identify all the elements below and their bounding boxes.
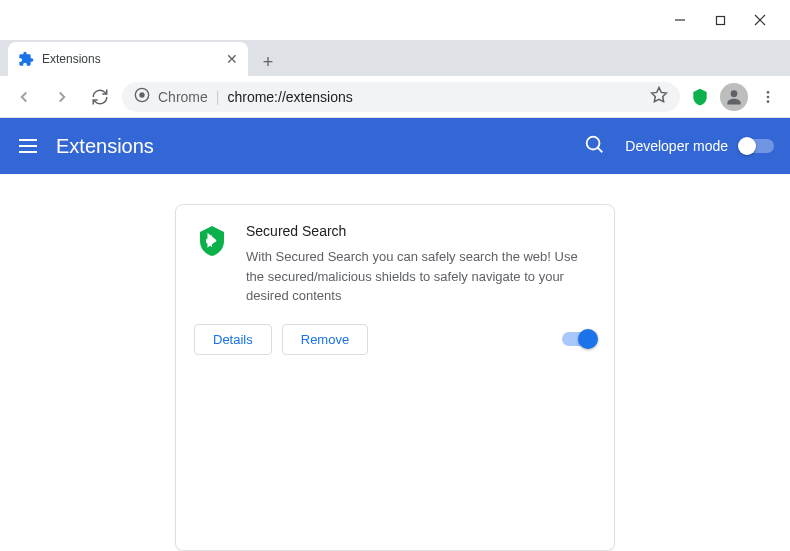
developer-mode-toggle[interactable] xyxy=(740,139,774,153)
developer-mode-label: Developer mode xyxy=(625,138,728,154)
new-tab-button[interactable]: + xyxy=(254,48,282,76)
close-tab-icon[interactable]: ✕ xyxy=(226,51,238,67)
chrome-icon xyxy=(134,87,150,107)
svg-point-5 xyxy=(139,92,144,97)
content-area: PCrisk.com Secured Search With Secured S… xyxy=(0,174,790,551)
page-title: Extensions xyxy=(56,135,583,158)
svg-point-7 xyxy=(731,90,738,97)
extensions-header: Extensions Developer mode xyxy=(0,118,790,174)
reload-button[interactable] xyxy=(84,81,116,113)
address-bar: Chrome | chrome://extensions xyxy=(0,76,790,118)
tab-title: Extensions xyxy=(42,52,218,66)
minimize-button[interactable] xyxy=(660,5,700,35)
remove-button[interactable]: Remove xyxy=(282,324,368,355)
extension-name: Secured Search xyxy=(246,223,596,239)
svg-point-9 xyxy=(767,95,770,98)
svg-rect-1 xyxy=(716,16,724,24)
tab-extensions[interactable]: Extensions ✕ xyxy=(8,42,248,76)
svg-marker-6 xyxy=(652,87,667,101)
divider: | xyxy=(216,89,220,105)
omnibox[interactable]: Chrome | chrome://extensions xyxy=(122,82,680,112)
back-button[interactable] xyxy=(8,81,40,113)
forward-button[interactable] xyxy=(46,81,78,113)
tab-strip: Extensions ✕ + xyxy=(0,40,790,76)
url-text: chrome://extensions xyxy=(227,89,642,105)
extension-icon xyxy=(194,223,230,259)
chrome-menu-button[interactable] xyxy=(754,83,782,111)
svg-line-15 xyxy=(598,148,603,153)
menu-icon[interactable] xyxy=(16,134,40,158)
svg-point-10 xyxy=(767,100,770,103)
window-titlebar xyxy=(0,0,790,40)
search-icon[interactable] xyxy=(583,133,605,159)
bookmark-star-icon[interactable] xyxy=(650,86,668,108)
details-button[interactable]: Details xyxy=(194,324,272,355)
origin-text: Chrome xyxy=(158,89,208,105)
extension-shield-icon[interactable] xyxy=(686,83,714,111)
puzzle-icon xyxy=(18,51,34,67)
extension-description: With Secured Search you can safely searc… xyxy=(246,247,596,306)
maximize-button[interactable] xyxy=(700,5,740,35)
profile-avatar[interactable] xyxy=(720,83,748,111)
svg-point-8 xyxy=(767,91,770,94)
extension-card: Secured Search With Secured Search you c… xyxy=(175,204,615,551)
extension-enable-toggle[interactable] xyxy=(562,332,596,346)
close-button[interactable] xyxy=(740,5,780,35)
svg-point-14 xyxy=(587,137,600,150)
